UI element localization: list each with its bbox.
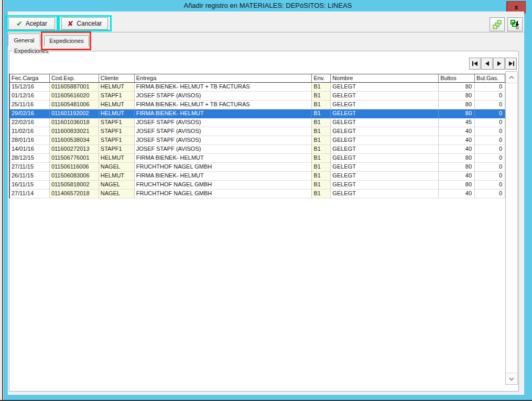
cell-entrega: JOSEF STAPF (AVISOS) <box>135 92 312 101</box>
cell-entrega: FRUCHTHOF NAGEL GMBH <box>135 190 312 198</box>
screen: { "window": { "title": "Añadir registro … <box>0 0 532 401</box>
cell-bul-gas: 0 <box>475 127 505 136</box>
cell-cliente: NAGEL <box>99 190 135 198</box>
cell-bultos: 80 <box>439 163 475 172</box>
table-row[interactable]: 27/11/14011406572018NAGELFRUCHTHOF NAGEL… <box>10 190 505 198</box>
expediciones-table: Fec.CargaCod.Exp.ClienteEntregaEnv.Nombr… <box>9 74 506 198</box>
cell-fec-carga: 16/11/15 <box>10 181 50 190</box>
scroll-down-button[interactable] <box>506 373 517 384</box>
cell-nombre: GELEGT <box>331 92 439 101</box>
table-header: Fec.CargaCod.Exp.ClienteEntregaEnv.Nombr… <box>10 74 505 83</box>
column-header-env[interactable]: Env. <box>312 74 331 83</box>
cell-cliente: NAGEL <box>99 181 135 190</box>
cell-fec-carga: 28/01/16 <box>10 136 50 145</box>
nav-last-button[interactable] <box>505 58 517 70</box>
cell-bultos: 40 <box>439 136 475 145</box>
cell-bul-gas: 0 <box>475 154 505 163</box>
cell-env: B1 <box>312 163 331 172</box>
cell-env: B1 <box>312 127 331 136</box>
tab-general-label: General <box>14 37 34 43</box>
tab-expediciones[interactable]: Expediciones <box>44 35 89 46</box>
nav-next-button[interactable] <box>493 58 505 70</box>
table-row[interactable]: 14/01/16011600272013STAPF1JOSEF STAPF (A… <box>10 145 505 154</box>
record-navigator <box>469 58 517 70</box>
cell-bul-gas: 0 <box>475 101 505 109</box>
copy-records-button[interactable] <box>490 17 505 31</box>
tab-general[interactable]: General <box>8 34 40 46</box>
expediciones-groupbox-label: Expediciones <box>12 48 50 54</box>
accept-button[interactable]: ✔ Aceptar <box>8 17 55 30</box>
cell-bul-gas: 0 <box>475 92 505 101</box>
cell-cliente: HELMUT <box>99 172 135 181</box>
cell-env: B1 <box>312 92 331 101</box>
first-record-icon <box>472 61 478 66</box>
column-header-entrega[interactable]: Entrega <box>135 74 312 83</box>
table-row[interactable]: 27/11/15011506116006NAGELFRUCHTHOF NAGEL… <box>10 163 505 172</box>
cell-bul-gas: 0 <box>475 190 505 198</box>
cell-nombre: GELEGT <box>331 118 439 127</box>
column-header-cod-exp[interactable]: Cod.Exp. <box>50 74 99 83</box>
red-cross-icon: ✘ <box>68 20 74 27</box>
table-row[interactable]: 22/02/16011601036018STAPF1JOSEF STAPF (A… <box>10 118 505 127</box>
table-row[interactable]: 01/12/16011605616020STAPF1JOSEF STAPF (A… <box>10 92 505 101</box>
cell-bul-gas: 0 <box>475 145 505 154</box>
table-row[interactable]: 29/02/16011601192002HELMUTFIRMA BIENEK- … <box>10 109 505 118</box>
column-header-cliente[interactable]: Cliente <box>99 74 135 83</box>
screen-left-edge-line <box>2 0 3 400</box>
cell-fec-carga: 22/02/16 <box>10 118 50 127</box>
column-header-bultos[interactable]: Bultos <box>439 74 475 83</box>
next-record-icon <box>496 61 502 66</box>
cell-bul-gas: 0 <box>475 172 505 181</box>
cell-fec-carga: 27/11/15 <box>10 163 50 172</box>
cell-env: B1 <box>312 101 331 109</box>
tab-expediciones-label: Expediciones <box>49 38 83 44</box>
cell-fec-carga: 29/02/16 <box>10 109 50 118</box>
cell-fec-carga: 11/02/16 <box>10 127 50 136</box>
cell-cod-exp: 011505818002 <box>50 181 99 190</box>
cell-cod-exp: 011600538034 <box>50 136 99 145</box>
cell-cod-exp: 011506083006 <box>50 172 99 181</box>
cell-fec-carga: 15/12/16 <box>10 83 50 92</box>
table-row[interactable]: 25/11/16011605481006HELMUTFIRMA BIENEK- … <box>10 101 505 109</box>
vertical-scrollbar[interactable] <box>505 71 518 385</box>
table-row[interactable]: 15/12/16011605887001HELMUTFIRMA BIENEK- … <box>10 83 505 92</box>
cell-cod-exp: 011605887001 <box>50 83 99 92</box>
table-row[interactable]: 26/11/15011506083006HELMUTFIRMA BIENEK- … <box>10 172 505 181</box>
cell-nombre: GELEGT <box>331 109 439 118</box>
cancel-button[interactable]: ✘ Cancelar <box>61 17 108 30</box>
table-row[interactable]: 16/11/15011505818002NAGELFRUCHTHOF NAGEL… <box>10 181 505 190</box>
column-header-bul-gas[interactable]: Bul.Gas. <box>475 74 505 83</box>
cancel-button-label: Cancelar <box>77 20 102 27</box>
column-header-fec-carga[interactable]: Fec.Carga <box>10 74 50 83</box>
cell-bultos: 40 <box>439 127 475 136</box>
cell-fec-carga: 27/11/14 <box>10 190 50 198</box>
records-copy-icon <box>493 20 502 29</box>
column-header-nombre[interactable]: Nombre <box>331 74 439 83</box>
cell-env: B1 <box>312 136 331 145</box>
cell-entrega: JOSEF STAPF (AVISOS) <box>135 118 312 127</box>
table-row[interactable]: 28/12/15011506776001HELMUTFIRMA BIENEK- … <box>10 154 505 163</box>
cell-bultos: 80 <box>439 109 475 118</box>
cell-env: B1 <box>312 154 331 163</box>
cell-nombre: GELEGT <box>331 181 439 190</box>
nav-first-button[interactable] <box>469 58 481 70</box>
cell-entrega: FRUCHTHOF NAGEL GMBH <box>135 163 312 172</box>
cell-fec-carga: 25/11/16 <box>10 101 50 109</box>
cell-cod-exp: 011600272013 <box>50 145 99 154</box>
cell-fec-carga: 26/11/15 <box>10 172 50 181</box>
cell-fec-carga: 14/01/16 <box>10 145 50 154</box>
cell-entrega: FIRMA BIENEK- HELMUT <box>135 154 312 163</box>
table-row[interactable]: 28/01/16011600538034STAPF1JOSEF STAPF (A… <box>10 136 505 145</box>
insert-records-button[interactable] <box>507 17 523 31</box>
nav-prev-button[interactable] <box>481 58 493 70</box>
table-row[interactable]: 11/02/16011600833021STAPF1JOSEF STAPF (A… <box>10 127 505 136</box>
cell-cliente: STAPF1 <box>99 127 135 136</box>
cell-entrega: FRUCHTHOF NAGEL GMBH <box>135 181 312 190</box>
last-record-icon <box>508 61 514 66</box>
cell-bul-gas: 0 <box>475 109 505 118</box>
cell-cliente: STAPF1 <box>99 118 135 127</box>
scroll-up-button[interactable] <box>506 72 517 83</box>
cell-env: B1 <box>312 145 331 154</box>
cell-cod-exp: 011406572018 <box>50 190 99 198</box>
cell-bul-gas: 0 <box>475 181 505 190</box>
